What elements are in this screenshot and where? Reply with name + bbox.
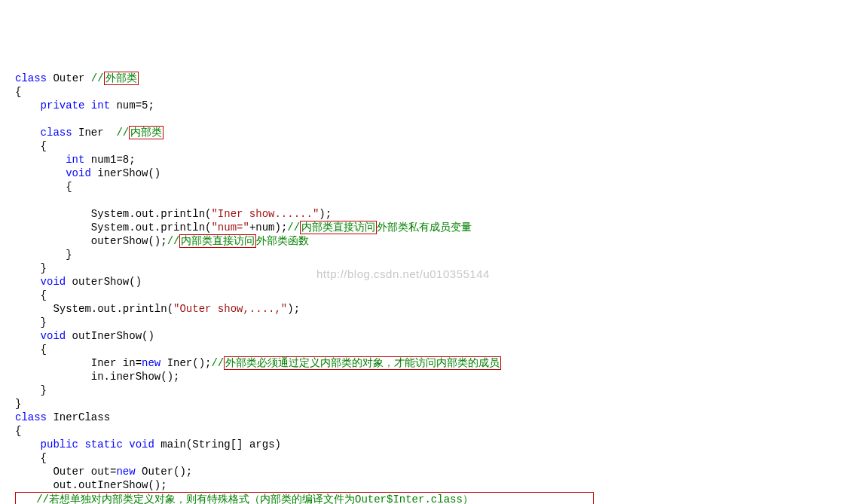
comment-slash: // — [167, 235, 180, 247]
code-text: Iner(); — [160, 357, 211, 369]
code-text: Outer(); — [136, 466, 193, 478]
brace: { — [15, 452, 47, 464]
method-name: inerShow() — [91, 167, 160, 179]
code-text: System.out.println( — [15, 303, 173, 315]
code-text: Outer out= — [15, 466, 116, 478]
brace: { — [15, 344, 47, 356]
comment-inner-class: 内部类 — [129, 126, 164, 139]
kw-int: int — [66, 154, 84, 166]
brace: { — [15, 425, 21, 437]
comment-inner-access-fn: 内部类直接访问 — [179, 234, 256, 248]
brace: { — [15, 86, 21, 98]
class-name: Outer — [53, 72, 84, 84]
class-name: InerClass — [47, 411, 110, 423]
kw-new: new — [116, 466, 135, 478]
brace: { — [15, 140, 47, 152]
method-name: main( — [154, 438, 192, 451]
code-text: System.out.println( — [15, 208, 211, 220]
brace: { — [15, 289, 47, 301]
kw-void: void — [66, 167, 91, 179]
comment-slash: // — [287, 221, 300, 234]
string-literal: "Outer show,....," — [173, 303, 287, 315]
comment-outer-access: 外部类必须通过定义内部类的对象，才能访问内部类的成员 — [224, 356, 501, 370]
comment-special-format: //若想单独对内部类定义对象，则有特殊格式（内部类的编译文件为Outer$Int… — [17, 493, 473, 504]
comment-outer-class: 外部类 — [104, 72, 139, 85]
code-text: ); — [287, 303, 300, 315]
class-name: Iner — [78, 127, 110, 139]
brace: } — [15, 262, 47, 274]
method-name: outerShow() — [66, 276, 142, 288]
kw-new: new — [142, 357, 160, 369]
code-text: num1=8; — [84, 154, 135, 166]
code-text: +num); — [249, 221, 287, 234]
comment-slash: // — [110, 127, 129, 139]
brace: { — [15, 181, 72, 193]
kw-void: void — [41, 330, 66, 342]
code-text: out.outInerShow(); — [15, 479, 167, 491]
kw-public: public — [41, 438, 78, 451]
kw-class: class — [41, 127, 72, 139]
comment-tail: 外部类函数 — [256, 235, 309, 247]
brace: } — [15, 316, 47, 328]
comment-slash: // — [91, 72, 104, 84]
type-name: String — [192, 438, 230, 451]
code-text: in.inerShow(); — [15, 371, 179, 383]
kw-private: private — [41, 99, 85, 111]
brace: } — [15, 384, 47, 396]
kw-class: class — [15, 411, 47, 423]
method-name: outInerShow() — [66, 330, 154, 342]
kw-static: static — [84, 438, 122, 451]
code-text: Iner in= — [15, 357, 142, 369]
kw-int: int — [91, 99, 110, 111]
code-text: num=5; — [110, 99, 154, 111]
kw-void: void — [129, 438, 154, 451]
code-text: System.out.println( — [15, 221, 211, 234]
string-literal: "num=" — [211, 221, 249, 234]
code-text: ); — [319, 208, 332, 220]
string-literal: "Iner show......" — [211, 208, 319, 220]
comment-slash: // — [211, 357, 224, 369]
code-text: outerShow(); — [15, 235, 167, 247]
code-text: [] args) — [231, 438, 281, 451]
kw-void: void — [41, 276, 66, 288]
comment-inner-access: 内部类直接访问 — [300, 221, 377, 234]
kw-class: class — [15, 72, 47, 84]
comment-tail: 外部类私有成员变量 — [377, 221, 472, 234]
brace: } — [15, 249, 72, 261]
highlight-block: //若想单独对内部类定义对象，则有特殊格式（内部类的编译文件为Outer$Int… — [15, 492, 594, 504]
code-block: class Outer //外部类 { private int num=5; c… — [15, 72, 844, 504]
brace: } — [15, 398, 21, 410]
